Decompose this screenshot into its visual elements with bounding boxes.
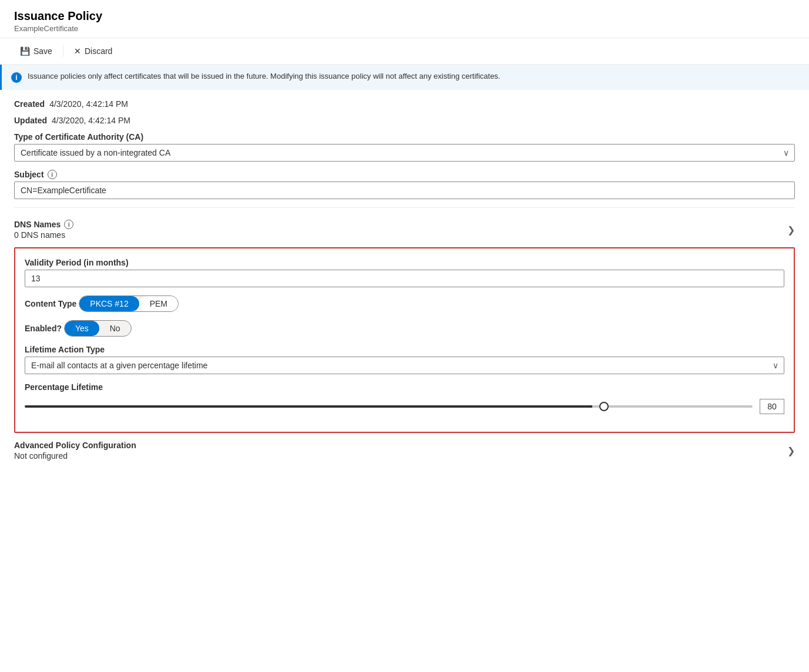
discard-button[interactable]: ✕ Discard [68,43,118,59]
advanced-chevron-icon: ❯ [787,445,795,456]
slider-container: 80 [25,399,784,414]
toolbar-separator [63,45,63,57]
enabled-yes-button[interactable]: Yes [65,321,99,336]
main-content: Created 4/3/2020, 4:42:14 PM Updated 4/3… [0,90,809,477]
validity-input[interactable] [25,270,784,287]
enabled-toggle: Yes No [64,320,132,337]
advanced-label: Advanced Policy Configuration [14,441,136,450]
percentage-lifetime-label: Percentage Lifetime [25,382,103,392]
discard-label: Discard [85,46,112,56]
save-button[interactable]: 💾 Save [14,43,58,59]
lifetime-action-select[interactable]: E-mail all contacts at a given percentag… [25,357,784,374]
highlighted-section: Validity Period (in months) Content Type… [14,247,795,433]
subject-info-icon[interactable]: i [48,170,57,179]
content-type-field: Content Type PKCS #12 PEM [25,295,784,312]
page-subtitle: ExampleCertificate [14,24,795,33]
dns-count: 0 DNS names [14,230,73,240]
validity-field: Validity Period (in months) [25,258,784,287]
content-type-toggle: PKCS #12 PEM [79,295,179,312]
updated-label: Updated [14,116,47,125]
validity-label: Validity Period (in months) [25,258,129,267]
ca-type-select[interactable]: Certificate issued by a non-integrated C… [14,144,795,162]
subject-label: Subject i [14,170,57,179]
subject-field: Subject i [14,170,795,199]
percentage-lifetime-field: Percentage Lifetime 80 [25,382,784,414]
created-row: Created 4/3/2020, 4:42:14 PM [14,99,795,109]
info-banner-text: Issuance policies only affect certificat… [28,72,500,80]
dns-names-row[interactable]: DNS Names i 0 DNS names ❯ [14,213,795,247]
ca-type-select-wrapper: Certificate issued by a non-integrated C… [14,144,795,162]
lifetime-action-select-wrapper: E-mail all contacts at a given percentag… [25,357,784,374]
ca-type-field: Type of Certificate Authority (CA) Certi… [14,132,795,162]
enabled-label: Enabled? [25,324,62,333]
lifetime-action-field: Lifetime Action Type E-mail all contacts… [25,345,784,374]
slider-value: 80 [760,399,784,414]
updated-row: Updated 4/3/2020, 4:42:14 PM [14,116,795,125]
discard-icon: ✕ [74,46,81,56]
content-type-pkcs12-button[interactable]: PKCS #12 [79,296,139,311]
dns-left: DNS Names i 0 DNS names [14,220,73,240]
save-label: Save [33,46,52,56]
advanced-left: Advanced Policy Configuration Not config… [14,441,136,461]
percentage-slider[interactable] [25,405,753,408]
ca-type-label: Type of Certificate Authority (CA) [14,132,143,142]
content-type-pem-button[interactable]: PEM [139,296,178,311]
content-type-label: Content Type [25,299,76,308]
enabled-field: Enabled? Yes No [25,320,784,337]
dns-chevron-icon: ❯ [787,224,795,236]
divider-1 [14,207,795,208]
advanced-policy-row[interactable]: Advanced Policy Configuration Not config… [14,433,795,468]
created-label: Created [14,99,45,109]
advanced-value: Not configured [14,451,136,461]
lifetime-action-label: Lifetime Action Type [25,345,105,354]
info-icon: i [11,72,22,83]
page-header: Issuance Policy ExampleCertificate [0,0,809,38]
info-banner: i Issuance policies only affect certific… [0,65,809,90]
dns-info-icon[interactable]: i [64,220,73,229]
toolbar: 💾 Save ✕ Discard [0,38,809,65]
page-title: Issuance Policy [14,9,795,23]
updated-value: 4/3/2020, 4:42:14 PM [52,116,130,125]
dns-label: DNS Names i [14,220,73,229]
save-icon: 💾 [20,46,30,56]
created-value: 4/3/2020, 4:42:14 PM [49,99,128,109]
enabled-no-button[interactable]: No [99,321,131,336]
subject-input[interactable] [14,182,795,199]
